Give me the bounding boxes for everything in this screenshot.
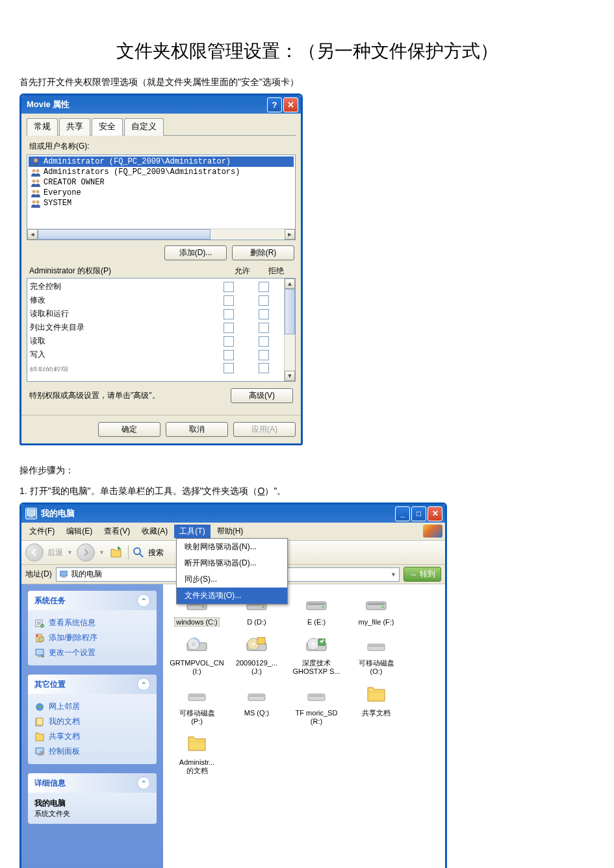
panel-header[interactable]: 详细信息⌃ xyxy=(28,773,157,793)
tab-0[interactable]: 常规 xyxy=(27,118,58,136)
svg-point-31 xyxy=(203,606,205,608)
dropdown-item[interactable]: 断开网络驱动器(D)... xyxy=(177,555,287,571)
sidebar-link[interactable]: 查看系统信息 xyxy=(34,615,150,630)
close-button[interactable]: ✕ xyxy=(428,506,442,521)
allow-checkbox[interactable] xyxy=(224,363,234,373)
menu-item[interactable]: 工具(T) xyxy=(174,525,210,538)
deny-checkbox[interactable] xyxy=(259,309,269,319)
close-button[interactable]: ✕ xyxy=(283,97,298,112)
allow-checkbox[interactable] xyxy=(224,295,234,306)
svg-rect-18 xyxy=(39,637,44,641)
sidebar-link[interactable]: 共享文档 xyxy=(34,729,150,744)
go-button[interactable]: →转到 xyxy=(403,567,441,582)
minimize-button[interactable]: _ xyxy=(395,506,410,521)
v-scrollbar[interactable]: ▲ ▼ xyxy=(284,279,295,381)
ok-button[interactable]: 确定 xyxy=(98,422,160,437)
titlebar[interactable]: Movie 属性 ? ✕ xyxy=(21,95,301,114)
user-item[interactable]: Everyone xyxy=(29,188,294,198)
dropdown-item[interactable]: 映射网络驱动器(N)... xyxy=(177,539,287,555)
dropdown-item[interactable]: 文件夹选项(O)... xyxy=(177,588,287,604)
deny-checkbox[interactable] xyxy=(259,363,269,373)
drive-icon[interactable]: my_file (F:) xyxy=(346,591,406,626)
user-item[interactable]: Administrators (FQ_PC_2009\Administrator… xyxy=(29,167,294,177)
menu-item[interactable]: 帮助(H) xyxy=(212,525,249,538)
svg-rect-13 xyxy=(60,571,67,576)
allow-checkbox[interactable] xyxy=(224,282,234,292)
panel-header[interactable]: 系统任务⌃ xyxy=(28,591,157,610)
h-scrollbar[interactable]: ◄ ► xyxy=(27,229,295,240)
drive-icon[interactable]: 共享文档 xyxy=(346,682,406,726)
scroll-thumb[interactable] xyxy=(285,289,295,334)
collapse-icon[interactable]: ⌃ xyxy=(137,678,150,691)
drive-icon[interactable]: TF moric_SD(R:) xyxy=(287,682,346,726)
help-button[interactable]: ? xyxy=(267,97,282,112)
drive-icon[interactable]: 深度技术GHOSTXP S... xyxy=(287,632,346,676)
scroll-left-icon[interactable]: ◄ xyxy=(27,229,38,240)
drive-icon[interactable]: Administr...的文档 xyxy=(167,731,227,775)
drive-icon[interactable]: GRTMPVOL_CN(I:) xyxy=(167,632,227,676)
scroll-right-icon[interactable]: ► xyxy=(285,229,295,240)
drive-icon[interactable]: 20090129_...(J:) xyxy=(227,632,287,676)
deny-checkbox[interactable] xyxy=(259,350,269,360)
system-tasks-panel: 系统任务⌃ 查看系统信息添加/删除程序更改一个设置 xyxy=(28,591,157,665)
svg-point-8 xyxy=(36,201,40,204)
address-label: 地址(D) xyxy=(25,569,52,580)
apply-button[interactable]: 应用(A) xyxy=(233,422,296,437)
user-item[interactable]: SYSTEM xyxy=(29,198,294,208)
panel-header[interactable]: 其它位置⌃ xyxy=(28,675,157,694)
search-label[interactable]: 搜索 xyxy=(148,547,164,558)
drive-icon[interactable]: E (E:) xyxy=(287,591,346,626)
menu-item[interactable]: 查看(V) xyxy=(99,525,135,538)
user-icon xyxy=(31,178,41,187)
cancel-button[interactable]: 取消 xyxy=(166,422,228,437)
perm-row: 修改 xyxy=(30,293,281,307)
explorer-titlebar[interactable]: 我的电脑 _ □ ✕ xyxy=(21,504,445,523)
collapse-icon[interactable]: ⌃ xyxy=(137,776,150,789)
deny-checkbox[interactable] xyxy=(259,295,269,306)
intro-text: 首先打开文件夹权限管理选项（就是文件夹属性里面的"安全"选项卡） xyxy=(19,77,595,88)
deny-checkbox[interactable] xyxy=(259,336,269,347)
drive-icon[interactable]: MS (Q:) xyxy=(227,682,287,726)
menu-item[interactable]: 收藏(A) xyxy=(136,525,173,538)
add-button[interactable]: 添加(D)... xyxy=(164,245,227,260)
scroll-down-icon[interactable]: ▼ xyxy=(285,371,295,381)
tab-3[interactable]: 自定义 xyxy=(124,118,164,136)
up-button[interactable] xyxy=(109,545,124,560)
user-listbox[interactable]: Administrator (FQ_PC_2009\Administrator)… xyxy=(27,155,296,240)
forward-button[interactable] xyxy=(77,543,95,562)
sidebar-link[interactable]: 添加/删除程序 xyxy=(34,630,150,645)
remove-button[interactable]: 删除(R) xyxy=(232,245,294,260)
back-button[interactable] xyxy=(25,543,44,562)
scroll-thumb[interactable] xyxy=(38,229,211,240)
sidebar-link[interactable]: 网上邻居 xyxy=(34,699,150,714)
allow-checkbox[interactable] xyxy=(224,336,234,347)
menu-item[interactable]: 编辑(E) xyxy=(61,525,97,538)
deny-checkbox[interactable] xyxy=(259,323,269,333)
sidebar-link[interactable]: 更改一个设置 xyxy=(34,645,150,660)
link-icon xyxy=(34,633,45,643)
allow-checkbox[interactable] xyxy=(224,323,234,333)
user-item[interactable]: CREATOR OWNER xyxy=(29,177,294,188)
allow-checkbox[interactable] xyxy=(224,350,234,360)
dropdown-item[interactable]: 同步(S)... xyxy=(177,571,287,588)
svg-point-19 xyxy=(36,634,38,637)
svg-point-3 xyxy=(32,180,36,183)
icon-area[interactable]: windows (C:)D (D:)E (E:)my_file (F:)GRTM… xyxy=(163,584,445,868)
sidebar-link[interactable]: 控制面板 xyxy=(34,744,150,759)
maximize-button[interactable]: □ xyxy=(411,506,426,521)
drive-icon[interactable]: 可移动磁盘(O:) xyxy=(346,632,406,676)
allow-checkbox[interactable] xyxy=(224,309,234,319)
collapse-icon[interactable]: ⌃ xyxy=(137,594,150,607)
sidebar-link[interactable]: 我的文档 xyxy=(34,714,150,729)
drive-icon[interactable]: 可移动磁盘(P:) xyxy=(167,682,227,726)
advanced-button[interactable]: 高级(V) xyxy=(231,388,293,403)
scroll-up-icon[interactable]: ▲ xyxy=(285,279,295,289)
search-icon[interactable] xyxy=(133,547,144,558)
menu-item[interactable]: 文件(F) xyxy=(24,525,60,538)
steps-label: 操作步骤为： xyxy=(19,465,595,477)
svg-rect-21 xyxy=(38,656,42,657)
tab-2[interactable]: 安全 xyxy=(92,118,123,136)
user-item[interactable]: Administrator (FQ_PC_2009\Administrator) xyxy=(29,156,294,167)
tab-1[interactable]: 共享 xyxy=(59,118,90,136)
deny-checkbox[interactable] xyxy=(259,282,269,292)
